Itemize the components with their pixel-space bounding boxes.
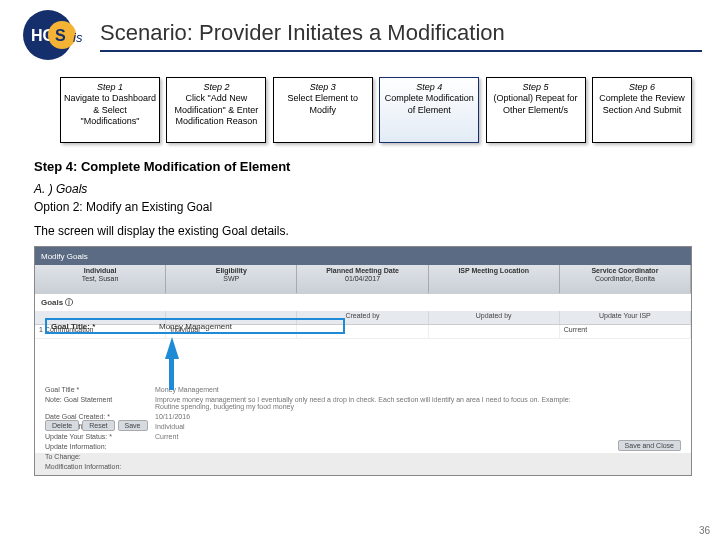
step-body: Complete the Review Section And Submit	[595, 93, 689, 116]
info-tab: Service CoordinatorCoordinator, Bonita	[560, 265, 691, 293]
step-head: Step 4	[382, 82, 476, 93]
save-button[interactable]: Save	[118, 420, 148, 431]
description: The screen will display the existing Goa…	[0, 216, 720, 240]
step-5: Step 5 (Optional) Repeat for Other Eleme…	[486, 77, 586, 143]
step-4: Step 4 Complete Modification of Element	[379, 77, 479, 143]
step-1: Step 1 Navigate to Dashboard & Select "M…	[60, 77, 160, 143]
info-tab: IndividualTest, Susan	[35, 265, 166, 293]
subheading-a: A. ) Goals	[0, 180, 720, 198]
screenshot-body: Goals ⓘ Created by Updated by Update You…	[35, 293, 691, 453]
subheading-option: Option 2: Modify an Existing Goal	[0, 198, 720, 216]
step-head: Step 5	[489, 82, 583, 93]
screenshot-titlebar: Modify Goals	[35, 247, 691, 265]
step-body: (Optional) Repeat for Other Element/s	[489, 93, 583, 116]
bottom-buttons: Save and Close	[618, 442, 681, 449]
step-flow: Step 1 Navigate to Dashboard & Select "M…	[0, 67, 720, 147]
goal-title-highlight: Goal Title: * Money Management	[45, 318, 345, 334]
page-number: 36	[699, 525, 710, 536]
page-title: Scenario: Provider Initiates a Modificat…	[100, 20, 702, 52]
info-tab: EligibilitySWP	[166, 265, 297, 293]
step-body: Navigate to Dashboard & Select "Modifica…	[63, 93, 157, 127]
goal-title-label: Goal Title: *	[47, 322, 155, 331]
step-body: Click "Add New Modification" & Enter Mod…	[169, 93, 263, 127]
screenshot-info-tabs: IndividualTest, Susan EligibilitySWP Pla…	[35, 265, 691, 293]
info-tab: ISP Meeting Location	[429, 265, 560, 293]
step-head: Step 6	[595, 82, 689, 93]
section-heading: Step 4: Complete Modification of Element	[0, 147, 720, 180]
step-head: Step 2	[169, 82, 263, 93]
step-head: Step 3	[276, 82, 370, 93]
delete-button[interactable]: Delete	[45, 420, 79, 431]
step-2: Step 2 Click "Add New Modification" & En…	[166, 77, 266, 143]
reset-button[interactable]: Reset	[82, 420, 114, 431]
step-6: Step 6 Complete the Review Section And S…	[592, 77, 692, 143]
goal-title-value: Money Management	[155, 322, 232, 331]
step-body: Complete Modification of Element	[382, 93, 476, 116]
hcsis-logo: HC S is	[18, 8, 88, 63]
step-head: Step 1	[63, 82, 157, 93]
screenshot-panel: Modify Goals IndividualTest, Susan Eligi…	[34, 246, 692, 476]
save-close-button[interactable]: Save and Close	[618, 440, 681, 451]
info-tab: Planned Meeting Date01/04/2017	[297, 265, 428, 293]
form-buttons: Delete Reset Save	[45, 420, 148, 431]
svg-text:S: S	[55, 27, 66, 44]
svg-text:is: is	[73, 30, 83, 45]
goals-label: Goals ⓘ	[35, 294, 691, 311]
callout-arrow-stem	[169, 352, 174, 390]
step-3: Step 3 Select Element to Modify	[273, 77, 373, 143]
step-body: Select Element to Modify	[276, 93, 370, 116]
